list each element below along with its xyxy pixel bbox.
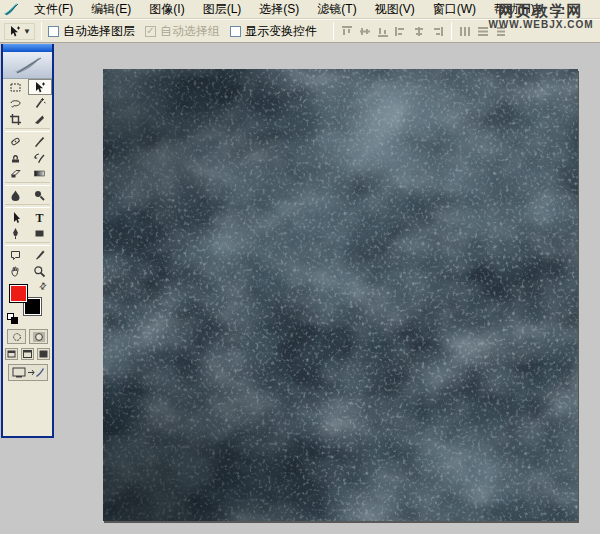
toolbox-separator xyxy=(5,128,50,132)
checkbox-box[interactable] xyxy=(230,26,241,37)
color-swatches: ⇄ xyxy=(3,279,52,327)
healing-brush-tool[interactable] xyxy=(3,133,28,149)
separator xyxy=(41,22,42,40)
fullscreen-with-menu-icon[interactable] xyxy=(21,348,34,360)
swap-colors-icon[interactable]: ⇄ xyxy=(37,280,49,292)
align-horizontal-centers-icon[interactable] xyxy=(412,24,427,38)
separator xyxy=(333,22,334,40)
foreground-color-swatch[interactable] xyxy=(9,284,28,303)
jump-row xyxy=(3,362,52,383)
document-canvas[interactable] xyxy=(103,69,578,521)
standard-mode-icon[interactable] xyxy=(7,329,26,344)
tool-preset-picker[interactable]: ▼ xyxy=(4,23,35,40)
texture-highlight-overlay xyxy=(103,69,578,521)
align-top-edges-icon[interactable] xyxy=(340,24,355,38)
screen-mode-buttons xyxy=(3,346,52,362)
notes-tool[interactable] xyxy=(3,247,28,263)
history-brush-tool[interactable] xyxy=(28,149,53,165)
watermark-site-name: 网页教学网 xyxy=(485,2,597,19)
zoom-tool[interactable] xyxy=(28,263,53,279)
rectangular-marquee-tool[interactable] xyxy=(3,79,28,95)
menu-image[interactable]: 图像(I) xyxy=(140,0,193,20)
menu-view[interactable]: 视图(V) xyxy=(366,0,424,20)
toolbox-separator xyxy=(5,182,50,186)
checkbox-label: 自动选择图层 xyxy=(63,23,135,40)
gradient-tool[interactable] xyxy=(28,165,53,181)
fullscreen-icon[interactable] xyxy=(37,348,50,360)
align-bottom-edges-icon[interactable] xyxy=(376,24,391,38)
align-buttons-group xyxy=(340,24,445,38)
svg-text:T: T xyxy=(36,211,44,224)
eyedropper-tool[interactable] xyxy=(28,247,53,263)
chevron-down-icon: ▼ xyxy=(23,27,31,36)
eraser-tool[interactable] xyxy=(3,165,28,181)
auto-select-group-checkbox: ✓ 自动选择组 xyxy=(145,23,220,40)
tool-grid: T xyxy=(3,79,52,279)
checkbox-box: ✓ xyxy=(145,26,156,37)
menu-edit[interactable]: 编辑(E) xyxy=(82,0,140,20)
toolbox-separator xyxy=(5,242,50,246)
quick-mask-mode-icon[interactable] xyxy=(29,329,48,344)
checkbox-box[interactable] xyxy=(48,26,59,37)
type-tool[interactable]: T xyxy=(28,209,53,225)
menu-filter[interactable]: 滤镜(T) xyxy=(308,0,365,20)
photoshop-feather-icon xyxy=(3,2,19,17)
separator xyxy=(451,22,452,40)
dodge-tool[interactable] xyxy=(28,187,53,203)
toolbox-header xyxy=(3,52,52,79)
crop-tool[interactable] xyxy=(3,111,28,127)
watermark-site-url: WWW.WEBJX.COM xyxy=(485,19,597,31)
move-tool[interactable] xyxy=(28,79,53,95)
align-left-edges-icon[interactable] xyxy=(394,24,409,38)
path-selection-tool[interactable] xyxy=(3,209,28,225)
align-right-edges-icon[interactable] xyxy=(430,24,445,38)
toolbox-separator xyxy=(5,204,50,208)
auto-select-layer-checkbox[interactable]: 自动选择图层 xyxy=(48,23,135,40)
pen-tool[interactable] xyxy=(3,225,28,241)
jump-to-imageready-icon[interactable] xyxy=(8,364,48,381)
photoshop-feather-icon xyxy=(13,55,43,75)
menu-layer[interactable]: 图层(L) xyxy=(194,0,251,20)
clone-stamp-tool[interactable] xyxy=(3,149,28,165)
distribute-left-edges-icon[interactable] xyxy=(458,24,473,38)
hand-tool[interactable] xyxy=(3,263,28,279)
show-transform-controls-checkbox[interactable]: 显示变换控件 xyxy=(230,23,317,40)
watermark: 网页教学网 WWW.WEBJX.COM xyxy=(485,2,597,31)
checkbox-label: 自动选择组 xyxy=(160,23,220,40)
magic-wand-tool[interactable] xyxy=(28,95,53,111)
standard-screen-icon[interactable] xyxy=(5,348,18,360)
brush-tool[interactable] xyxy=(28,133,53,149)
blur-tool[interactable] xyxy=(3,187,28,203)
shape-tool[interactable] xyxy=(28,225,53,241)
move-tool-icon xyxy=(8,25,21,38)
slice-tool[interactable] xyxy=(28,111,53,127)
menu-window[interactable]: 窗口(W) xyxy=(424,0,485,20)
default-colors-icon[interactable] xyxy=(7,313,19,324)
toolbox-titlebar[interactable] xyxy=(3,44,52,52)
edit-mode-buttons xyxy=(3,327,52,346)
lasso-tool[interactable] xyxy=(3,95,28,111)
toolbox-palette: T ⇄ xyxy=(1,44,54,438)
menu-select[interactable]: 选择(S) xyxy=(250,0,308,20)
checkbox-label: 显示变换控件 xyxy=(245,23,317,40)
menu-file[interactable]: 文件(F) xyxy=(25,0,82,20)
align-vertical-centers-icon[interactable] xyxy=(358,24,373,38)
